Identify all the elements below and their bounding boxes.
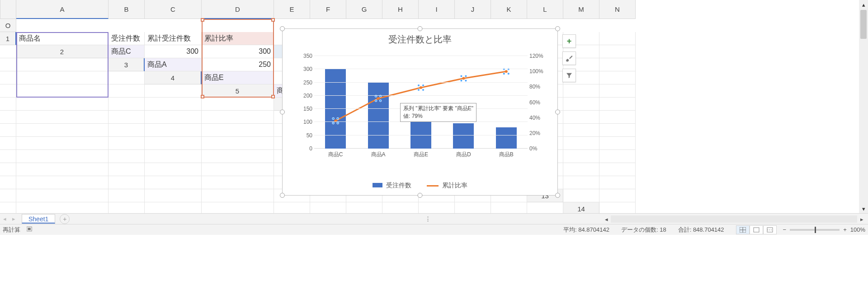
zoom-out[interactable]: − (783, 226, 787, 233)
resize-handle[interactable] (555, 193, 560, 198)
cell-H7[interactable] (599, 111, 636, 124)
cell-A14[interactable] (599, 202, 636, 213)
resize-handle[interactable] (280, 26, 285, 31)
cell-E9[interactable] (563, 137, 599, 150)
cell-L7[interactable] (145, 124, 202, 137)
view-normal[interactable] (736, 225, 750, 234)
resize-handle[interactable] (418, 26, 423, 31)
chart-object[interactable]: 受注件数と比率 050100150200250300350 0%20%40%60… (282, 28, 558, 196)
cell-H12[interactable] (202, 189, 274, 202)
cell-G7[interactable] (563, 111, 599, 124)
zoom-control[interactable]: − + 100% (783, 226, 865, 233)
row-header-4[interactable]: 4 (145, 71, 202, 84)
cell-G10[interactable] (16, 163, 108, 176)
cell-K13[interactable] (382, 202, 419, 213)
cell-K9[interactable] (202, 150, 274, 163)
cell-C2[interactable]: 300 (202, 45, 274, 58)
scroll-track[interactable] (859, 9, 868, 204)
resize-handle[interactable] (280, 110, 285, 115)
category-axis[interactable]: 商品C商品A商品E商品D商品B (314, 151, 528, 160)
chart-title[interactable]: 受注件数と比率 (283, 33, 557, 46)
chart-styles-button[interactable] (562, 51, 576, 65)
chart-filters-button[interactable] (562, 69, 576, 82)
col-header-I[interactable]: I (419, 0, 455, 19)
cell-J8[interactable] (108, 137, 145, 150)
resize-handle[interactable] (555, 110, 560, 115)
tab-nav-prev[interactable]: ▸ (9, 214, 18, 224)
tab-splitter[interactable] (427, 216, 432, 222)
cell-L4[interactable] (0, 84, 16, 98)
cell-H6[interactable] (563, 98, 599, 111)
cell-B2[interactable]: 300 (145, 45, 202, 58)
row-header-14[interactable]: 14 (563, 202, 599, 213)
col-header-F[interactable]: F (310, 0, 346, 19)
cell-C11[interactable] (563, 163, 599, 176)
macro-record-icon[interactable] (27, 226, 34, 233)
cell-I10[interactable] (145, 163, 202, 176)
col-header-D[interactable]: D (202, 0, 274, 19)
hscroll-left[interactable]: ◂ (602, 215, 611, 224)
cell-D10[interactable] (563, 150, 599, 163)
horizontal-scrollbar[interactable]: ◂ ▸ (602, 215, 866, 224)
cell-N6[interactable] (202, 111, 274, 124)
zoom-in[interactable]: + (843, 226, 847, 233)
cell-D13[interactable] (16, 202, 108, 213)
col-header-E[interactable]: E (274, 0, 310, 19)
cell-I11[interactable] (202, 176, 274, 189)
cell-B3[interactable]: 250 (202, 58, 274, 71)
row-header-5[interactable]: 5 (202, 84, 274, 98)
secondary-y-axis[interactable]: 0%20%40%60%80%100%120% (529, 56, 547, 149)
cell-L8[interactable] (202, 137, 274, 150)
cell-L5[interactable] (16, 98, 108, 111)
view-page-break[interactable] (763, 225, 777, 234)
cell-K4[interactable] (599, 71, 636, 84)
view-page-layout[interactable] (750, 225, 763, 234)
cell-G13[interactable] (202, 202, 274, 213)
cell-M7[interactable] (202, 124, 274, 137)
cell-I6[interactable] (599, 98, 636, 111)
cell-F9[interactable] (599, 137, 636, 150)
select-all-corner[interactable] (0, 0, 16, 19)
col-header-K[interactable]: K (491, 0, 527, 19)
cell-K8[interactable] (145, 137, 202, 150)
cell-B1[interactable]: 受注件数 (108, 32, 145, 45)
chart-legend[interactable]: 受注件数 累計比率 (283, 182, 557, 190)
cell-I5[interactable] (563, 84, 599, 98)
col-header-J[interactable]: J (455, 0, 491, 19)
cell-J13[interactable] (346, 202, 382, 213)
col-header-C[interactable]: C (145, 0, 202, 19)
cell-L3[interactable] (599, 58, 636, 71)
zoom-value[interactable]: 100% (850, 226, 865, 233)
col-header-A[interactable]: A (16, 0, 108, 19)
cell-O13[interactable] (527, 202, 563, 213)
cell-G11[interactable] (108, 176, 145, 189)
cell-L13[interactable] (419, 202, 455, 213)
cell-B13[interactable] (599, 189, 636, 202)
legend-item-line[interactable]: 累計比率 (427, 182, 467, 190)
cell-J7[interactable] (16, 124, 108, 137)
line-point-商品C[interactable] (332, 117, 339, 124)
cell-M13[interactable] (455, 202, 491, 213)
col-header-B[interactable]: B (108, 0, 145, 19)
cell-A4[interactable]: 商品E (202, 71, 274, 84)
col-header-H[interactable]: H (382, 0, 419, 19)
resize-handle[interactable] (418, 193, 423, 198)
cell-G8[interactable] (599, 124, 636, 137)
tab-nav-first[interactable]: ◂ (0, 214, 9, 224)
col-header-O[interactable]: O (0, 19, 16, 32)
cell-D1[interactable]: 累計比率 (202, 32, 274, 45)
cell-N5[interactable] (145, 98, 202, 111)
resize-handle[interactable] (280, 193, 285, 198)
cell-M3[interactable] (0, 71, 16, 84)
cell-N2[interactable] (0, 58, 16, 71)
cell-A2[interactable]: 商品C (108, 45, 145, 58)
cell-H13[interactable] (274, 202, 310, 213)
scroll-thumb[interactable] (860, 10, 867, 39)
cell-K7[interactable] (108, 124, 145, 137)
cell-N13[interactable] (491, 202, 527, 213)
cell-F12[interactable] (108, 189, 145, 202)
cell-M5[interactable] (108, 98, 145, 111)
cell-J6[interactable] (0, 111, 16, 124)
cell-A13[interactable] (563, 189, 599, 202)
cell-K5[interactable] (0, 98, 16, 111)
